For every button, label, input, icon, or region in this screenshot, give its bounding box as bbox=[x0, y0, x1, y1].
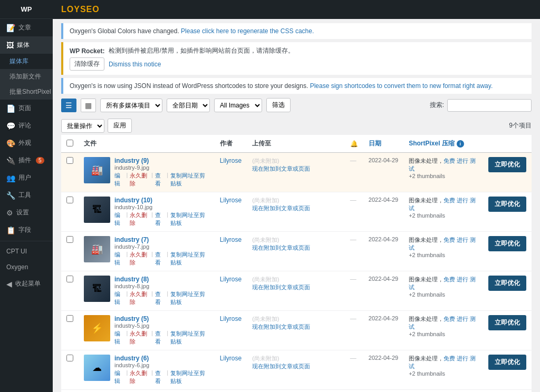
sidebar-item-media[interactable]: 🖼 媒体 bbox=[0, 36, 53, 54]
oxygen-json-link[interactable]: Please sign shortcodes to convert them t… bbox=[310, 82, 493, 90]
attach-link-6[interactable]: 现在附加到文章或页面 bbox=[252, 363, 310, 369]
table-row: 🏭 industry (7) industry-7.jpg 编辑 | 永久删除 … bbox=[61, 232, 532, 271]
copy-link-2[interactable]: 复制网址至剪贴板 bbox=[170, 211, 209, 227]
file-name-2[interactable]: industry (10) bbox=[114, 197, 209, 204]
row-checkbox-5[interactable] bbox=[66, 315, 73, 322]
copy-link-3[interactable]: 复制网址至剪贴板 bbox=[170, 251, 209, 267]
delete-link-6[interactable]: 永久删除 bbox=[130, 369, 149, 385]
copy-link-5[interactable]: 复制网址至剪贴板 bbox=[170, 330, 209, 346]
view-link-6[interactable]: 查看 bbox=[155, 369, 165, 385]
shortpixel-free-link-5[interactable]: 免费 进行 测试 bbox=[409, 316, 476, 330]
shortpixel-free-link-3[interactable]: 免费 进行 测试 bbox=[409, 237, 476, 251]
copy-link-6[interactable]: 复制网址至剪贴板 bbox=[170, 369, 209, 385]
edit-link-2[interactable]: 编辑 bbox=[114, 211, 124, 227]
sidebar-item-fields[interactable]: 📋 字段 bbox=[0, 221, 53, 239]
author-link-2[interactable]: Lilyrose bbox=[220, 197, 242, 204]
file-name-3[interactable]: industry (7) bbox=[114, 236, 209, 243]
shortpixel-free-link-1[interactable]: 免费 进行 测试 bbox=[409, 158, 476, 172]
file-name-1[interactable]: industry (9) bbox=[114, 157, 209, 164]
media-table: 文件 作者 上传至 🔔 日期 ShortPixel 压缩 i bbox=[61, 135, 532, 392]
author-link-4[interactable]: Lilyrose bbox=[220, 276, 242, 283]
sidebar-item-oxygen[interactable]: Oxygen bbox=[0, 259, 53, 275]
shortpixel-free-link-6[interactable]: 免费 进行 测试 bbox=[409, 355, 476, 369]
file-actions-2: 编辑 | 永久删除 | 查看 | 复制网址至剪贴板 bbox=[114, 211, 209, 227]
shortpixel-info-icon[interactable]: i bbox=[457, 140, 464, 148]
optimize-button-4[interactable]: 立即优化 bbox=[488, 276, 526, 291]
attach-link-1[interactable]: 现在附加到文章或页面 bbox=[252, 165, 310, 172]
grid-view-button[interactable]: ▦ bbox=[81, 99, 96, 112]
view-link-2[interactable]: 查看 bbox=[155, 211, 165, 227]
author-link-3[interactable]: Lilyrose bbox=[220, 236, 242, 243]
author-link-1[interactable]: Lilyrose bbox=[220, 157, 242, 164]
sidebar-item-cpt-ui[interactable]: CPT UI bbox=[0, 243, 53, 259]
dismiss-notice-link[interactable]: Dismiss this notice bbox=[109, 61, 161, 68]
comments-icon: 💬 bbox=[6, 122, 15, 130]
delete-link-5[interactable]: 永久删除 bbox=[130, 330, 149, 346]
clear-cache-button[interactable]: 清除缓存 bbox=[70, 57, 104, 71]
sidebar-item-collect[interactable]: ◀ 收起菜单 bbox=[0, 275, 53, 292]
row-checkbox-3[interactable] bbox=[66, 236, 73, 243]
date-filter[interactable]: 全部日期 bbox=[167, 99, 210, 112]
search-input[interactable] bbox=[447, 99, 532, 112]
edit-link-3[interactable]: 编辑 bbox=[114, 251, 124, 267]
edit-link-5[interactable]: 编辑 bbox=[114, 330, 124, 346]
view-link-3[interactable]: 查看 bbox=[155, 251, 165, 267]
optimize-button-6[interactable]: 立即优化 bbox=[488, 355, 526, 370]
optimize-button-1[interactable]: 立即优化 bbox=[488, 157, 526, 172]
sidebar-item-tools[interactable]: 🔧 工具 bbox=[0, 187, 53, 204]
media-type-filter[interactable]: 所有多媒体项目 bbox=[100, 99, 162, 112]
author-link-5[interactable]: Lilyrose bbox=[220, 315, 242, 322]
list-view-button[interactable]: ☰ bbox=[61, 99, 76, 112]
author-link-6[interactable]: Lilyrose bbox=[220, 355, 242, 362]
shortpixel-free-link-2[interactable]: 免费 进行 测试 bbox=[409, 197, 476, 211]
shortpixel-free-link-4[interactable]: 免费 进行 测试 bbox=[409, 276, 476, 290]
sidebar-item-shortpixel[interactable]: 批量ShortPixel bbox=[0, 84, 53, 100]
comment-cell-5: — bbox=[345, 311, 363, 350]
sidebar-item-posts[interactable]: 📝 文章 bbox=[0, 19, 53, 36]
sidebar-item-settings[interactable]: ⚙ 设置 bbox=[0, 204, 53, 221]
attach-link-4[interactable]: 现在附加到文章或页面 bbox=[252, 284, 310, 290]
sidebar-item-comments[interactable]: 💬 评论 bbox=[0, 117, 53, 134]
file-name-5[interactable]: industry (5) bbox=[114, 315, 209, 322]
delete-link-3[interactable]: 永久删除 bbox=[130, 251, 149, 267]
attach-link-5[interactable]: 现在附加到文章或页面 bbox=[252, 324, 310, 330]
sidebar-item-appearance[interactable]: 🎨 外观 bbox=[0, 134, 53, 152]
copy-link-4[interactable]: 复制网址至剪贴板 bbox=[170, 290, 209, 306]
edit-link-1[interactable]: 编辑 bbox=[114, 172, 124, 188]
edit-link-4[interactable]: 编辑 bbox=[114, 290, 124, 306]
copy-link-1[interactable]: 复制网址至剪贴板 bbox=[170, 172, 209, 188]
delete-link-2[interactable]: 永久删除 bbox=[130, 211, 149, 227]
sidebar-item-plugins[interactable]: 🔌 插件 5 bbox=[0, 152, 53, 169]
sidebar-item-users[interactable]: 👥 用户 bbox=[0, 169, 53, 187]
view-link-5[interactable]: 查看 bbox=[155, 330, 165, 346]
attach-link-2[interactable]: 现在附加到文章或页面 bbox=[252, 205, 310, 211]
apply-bulk-button[interactable]: 应用 bbox=[108, 119, 132, 133]
date-cell-2: 2022-04-29 bbox=[363, 192, 403, 232]
optimize-button-2[interactable]: 立即优化 bbox=[488, 197, 526, 212]
image-type-filter[interactable]: All Images bbox=[214, 99, 262, 112]
sidebar-item-add-new[interactable]: 添加新文件 bbox=[0, 69, 53, 84]
sidebar-item-media-library[interactable]: 媒体库 bbox=[0, 54, 53, 69]
comment-cell-2: — bbox=[345, 192, 363, 232]
edit-link-6[interactable]: 编辑 bbox=[114, 369, 124, 385]
select-all-checkbox[interactable] bbox=[66, 140, 73, 146]
view-link-4[interactable]: 查看 bbox=[155, 290, 165, 306]
filter-button[interactable]: 筛选 bbox=[266, 98, 291, 112]
row-checkbox-2[interactable] bbox=[66, 197, 73, 203]
view-link-1[interactable]: 查看 bbox=[155, 172, 165, 188]
row-checkbox-6[interactable] bbox=[66, 355, 73, 361]
optimize-button-5[interactable]: 立即优化 bbox=[488, 315, 526, 330]
media-toolbar: ☰ ▦ 所有多媒体项目 全部日期 All Images 筛选 搜索: bbox=[53, 94, 540, 116]
attach-link-3[interactable]: 现在附加到文章或页面 bbox=[252, 244, 310, 251]
oxygen-notice-link[interactable]: Please click here to regenerate the CSS … bbox=[181, 27, 314, 35]
sidebar-item-pages[interactable]: 📄 页面 bbox=[0, 100, 53, 117]
optimize-button-3[interactable]: 立即优化 bbox=[488, 236, 526, 251]
file-name-4[interactable]: industry (8) bbox=[114, 276, 209, 283]
bulk-actions-select[interactable]: 批量操作 bbox=[61, 119, 104, 133]
topbar: LOYSEO bbox=[53, 0, 540, 19]
row-checkbox-1[interactable] bbox=[66, 157, 73, 164]
delete-link-4[interactable]: 永久删除 bbox=[130, 290, 149, 306]
file-name-6[interactable]: industry (6) bbox=[114, 355, 209, 362]
row-checkbox-4[interactable] bbox=[66, 276, 73, 282]
delete-link-1[interactable]: 永久删除 bbox=[130, 172, 149, 188]
